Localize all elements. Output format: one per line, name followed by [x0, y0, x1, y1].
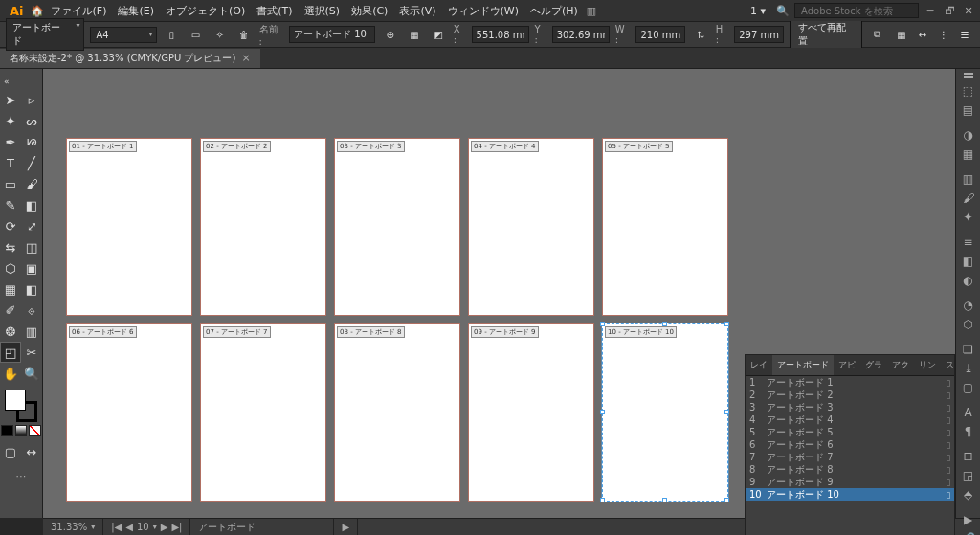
resize-handle[interactable]: [662, 498, 667, 502]
panel-tab[interactable]: アートボード: [772, 355, 834, 375]
artboard-list-orient-icon[interactable]: ▯: [937, 465, 950, 475]
align-panel-icon[interactable]: ⊟: [959, 450, 978, 463]
panel-tab[interactable]: レイ: [746, 355, 772, 375]
artboard-06[interactable]: 06 - アートボード 6: [66, 323, 192, 502]
artboard-list-orient-icon[interactable]: ▯: [937, 490, 950, 500]
type-tool[interactable]: T: [0, 152, 21, 173]
symbol-sprayer-tool[interactable]: ❂: [0, 321, 21, 342]
resize-handle[interactable]: [600, 322, 605, 326]
artboard-03[interactable]: 03 - アートボード 3: [334, 138, 460, 316]
graphic-styles-panel-icon[interactable]: ⬡: [959, 318, 978, 331]
panel-tab[interactable]: グラ: [860, 355, 887, 375]
symbols-panel-icon[interactable]: ✦: [959, 211, 978, 224]
artboards-panel-icon[interactable]: ▢: [959, 381, 978, 394]
transform-panel-icon[interactable]: ◲: [959, 469, 978, 482]
menu-extra-icon[interactable]: ▥: [584, 3, 599, 18]
edit-toolbar-icon[interactable]: ⋯: [13, 468, 29, 483]
color-guide-panel-icon[interactable]: ▦: [959, 147, 978, 161]
column-graph-tool[interactable]: ▥: [21, 321, 42, 342]
nav-last-icon[interactable]: ▶|: [171, 522, 182, 532]
artboard-list-orient-icon[interactable]: ▯: [937, 428, 950, 437]
direct-selection-tool[interactable]: ▹: [21, 89, 42, 110]
align-icon[interactable]: ▦: [892, 25, 911, 44]
magic-wand-tool[interactable]: ✦: [0, 110, 21, 131]
document-tab[interactable]: 名称未設定-2* @ 31.33% (CMYK/GPU プレビュー) ×: [0, 49, 260, 68]
menu-type[interactable]: 書式(T): [251, 1, 298, 21]
appearance-panel-icon[interactable]: ◔: [959, 299, 978, 312]
toolbox-collapse-icon[interactable]: «: [0, 73, 13, 89]
artboard-08[interactable]: 08 - アートボード 8: [334, 323, 460, 502]
artboard-09[interactable]: 09 - アートボード 9: [468, 323, 594, 502]
selection-tool[interactable]: ➤: [0, 89, 21, 110]
h-input[interactable]: [734, 26, 784, 43]
transform-icon[interactable]: ↔: [913, 25, 932, 44]
line-tool[interactable]: ╱: [21, 152, 42, 173]
blend-tool[interactable]: ⟐: [21, 300, 42, 321]
artboard-list-orient-icon[interactable]: ▯: [937, 378, 950, 388]
gradient-panel-icon[interactable]: ◧: [959, 255, 978, 268]
artboard-list-item[interactable]: 10アートボード 10▯: [746, 488, 954, 501]
artboard-list-item[interactable]: 9アートボード 9▯: [746, 476, 954, 488]
rearrange-all-button[interactable]: すべて再配置: [790, 18, 862, 51]
move-artwork-toggle-icon[interactable]: ⊕: [381, 25, 399, 44]
orientation-landscape-icon[interactable]: ▭: [187, 25, 205, 44]
rectangle-tool[interactable]: ▭: [0, 173, 21, 194]
artboard-name-input[interactable]: [289, 26, 375, 43]
new-artboard-icon[interactable]: ✧: [211, 25, 229, 44]
window-max-icon[interactable]: 🗗: [944, 5, 955, 16]
asset-export-panel-icon[interactable]: ⤓: [959, 362, 978, 375]
lasso-tool[interactable]: ᔕ: [21, 110, 42, 131]
resize-handle[interactable]: [724, 322, 729, 326]
paragraph-panel-icon[interactable]: ¶: [959, 425, 978, 438]
orientation-portrait-icon[interactable]: ▯: [163, 25, 181, 44]
swatches-panel-icon[interactable]: ▥: [959, 172, 978, 186]
artboard-list-orient-icon[interactable]: ▯: [937, 478, 950, 487]
constrain-wh-icon[interactable]: ⇅: [691, 25, 709, 44]
transparency-panel-icon[interactable]: ◐: [959, 274, 978, 287]
panel-tab[interactable]: アピ: [834, 355, 860, 375]
nav-number[interactable]: 10: [137, 522, 149, 532]
panel-tab[interactable]: アク: [887, 355, 914, 375]
resize-handle[interactable]: [600, 410, 605, 414]
artboard-list-orient-icon[interactable]: ▯: [937, 453, 950, 462]
mesh-tool[interactable]: ▦: [0, 279, 21, 300]
nav-next-icon[interactable]: ▶: [161, 522, 168, 532]
slice-tool[interactable]: ✂: [21, 342, 42, 363]
tool-mode-dropdown[interactable]: アートボード: [6, 18, 84, 51]
screen-mode-toggle[interactable]: ↔: [21, 441, 42, 462]
menu-edit[interactable]: 編集(E): [112, 1, 160, 21]
artboard-list-item[interactable]: 3アートボード 3▯: [746, 401, 954, 413]
x-input[interactable]: [472, 26, 529, 43]
artboard-list-item[interactable]: 5アートボード 5▯: [746, 426, 954, 438]
status-play-icon[interactable]: ▶: [334, 519, 358, 535]
pathfinder-panel-icon[interactable]: ⬘: [959, 488, 978, 502]
artboard-list-orient-icon[interactable]: ▯: [937, 403, 950, 412]
window-min-icon[interactable]: ━: [924, 5, 936, 16]
artboard-05[interactable]: 05 - アートボード 5: [602, 138, 728, 316]
hand-tool[interactable]: ✋: [0, 363, 21, 384]
artboard-list-item[interactable]: 1アートボード 1▯: [746, 376, 954, 389]
free-transform-tool[interactable]: ◫: [21, 236, 42, 257]
layers-panel-icon[interactable]: ❏: [959, 343, 978, 356]
menu-help[interactable]: ヘルプ(H): [524, 1, 584, 21]
properties-panel-icon[interactable]: ⬚: [959, 84, 978, 98]
color-mode-solid[interactable]: [1, 425, 13, 436]
panel-tab[interactable]: リン: [914, 355, 941, 375]
color-panel-icon[interactable]: ◑: [959, 128, 978, 142]
width-tool[interactable]: ⇆: [0, 236, 21, 257]
artboard-options-icon[interactable]: ▦: [405, 25, 423, 44]
artboard-list-orient-icon[interactable]: ▯: [937, 390, 950, 400]
artboard-list-orient-icon[interactable]: ▯: [937, 415, 950, 425]
stroke-panel-icon[interactable]: ≡: [959, 235, 978, 249]
brushes-panel-icon[interactable]: 🖌: [959, 191, 978, 205]
perspective-tool[interactable]: ▣: [21, 257, 42, 279]
paintbrush-tool[interactable]: 🖌: [21, 173, 42, 194]
rotate-tool[interactable]: ⟳: [0, 215, 21, 236]
menu-view[interactable]: 表示(V): [393, 1, 441, 21]
eyedropper-tool[interactable]: ✐: [0, 300, 21, 321]
menu-select[interactable]: 選択(S): [299, 1, 346, 21]
artboard-list-item[interactable]: 2アートボード 2▯: [746, 389, 954, 401]
close-tab-icon[interactable]: ×: [241, 52, 250, 64]
reference-point-icon[interactable]: ◩: [429, 25, 447, 44]
zoom-tool[interactable]: 🔍: [21, 363, 42, 384]
